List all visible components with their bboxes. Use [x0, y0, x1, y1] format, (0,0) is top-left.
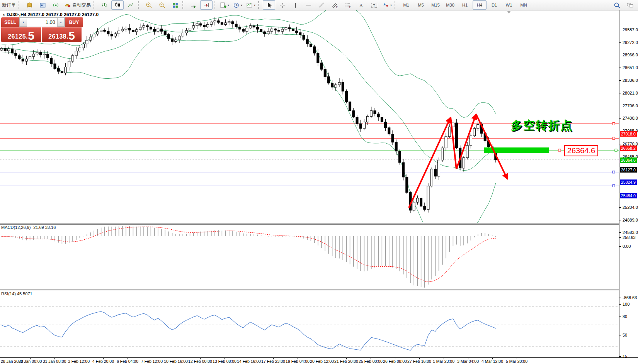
svg-text:A: A [359, 3, 363, 8]
candle-body [438, 160, 440, 176]
buy-price-button[interactable]: 26138.5 [42, 27, 82, 42]
candle-body [61, 71, 63, 73]
templates-button[interactable]: ▾ [245, 0, 257, 10]
candle-body [196, 24, 198, 25]
search-button[interactable] [611, 0, 623, 10]
chevron-down-icon[interactable]: ▾ [241, 3, 242, 7]
line-handle[interactable] [558, 149, 561, 151]
tf-h4[interactable]: H4 [473, 0, 487, 10]
candle-body [217, 21, 219, 22]
text-button[interactable]: A [355, 0, 367, 10]
price-tick-mark [619, 207, 621, 208]
channel-button[interactable]: E [328, 0, 341, 10]
fibonacci-icon: F [345, 2, 351, 8]
fibonacci-button[interactable]: F [342, 0, 354, 10]
rsi-line [2, 312, 496, 350]
market-watch-button[interactable] [23, 0, 36, 10]
candle-body [388, 128, 390, 134]
toolbar-left: 新订单自动交易▾▾▾EFAT▾M1M5M15M30H1H4D1W1MN [0, 0, 531, 10]
new-chart-button[interactable]: ▾ [218, 0, 231, 10]
macd-tick-mark [619, 298, 621, 298]
signals-button[interactable] [49, 0, 62, 10]
volume-up-button[interactable]: ▲ [57, 18, 65, 27]
trend-arrow[interactable] [476, 114, 507, 179]
sell-price-button[interactable]: 26125.5 [1, 27, 41, 42]
volume-down-button[interactable]: ▼ [20, 18, 27, 27]
svg-text:F: F [349, 5, 350, 8]
chart-annotation-text[interactable]: 多空转折点 [511, 118, 573, 134]
trend-arrow[interactable] [456, 114, 476, 169]
tf-m5[interactable]: M5 [414, 0, 428, 10]
label-button[interactable]: T [368, 0, 380, 10]
volume-value[interactable]: 1.00 [27, 18, 57, 27]
candle-body [68, 61, 70, 67]
candle-body [178, 36, 180, 40]
sell-button[interactable]: SELL [1, 17, 19, 27]
periods-button[interactable]: ▾ [231, 0, 244, 10]
toolbar-separator [258, 1, 262, 9]
tf-m15-label: M15 [431, 3, 439, 7]
tf-m30[interactable]: M30 [443, 0, 457, 10]
chevron-down-icon[interactable]: ▾ [228, 3, 229, 7]
cursor-button[interactable] [263, 0, 275, 10]
candle-body [65, 67, 67, 73]
chart-shift-marker-icon[interactable] [507, 11, 511, 14]
trend-arrow[interactable] [409, 117, 451, 208]
sell-price-main: 26125. [8, 32, 28, 41]
buy-button[interactable]: BUY [65, 17, 83, 27]
auto-trading-button[interactable]: 自动交易 [63, 0, 92, 10]
tile-windows-button[interactable] [169, 0, 181, 10]
tf-w1[interactable]: W1 [502, 0, 516, 10]
community-button[interactable] [624, 0, 636, 10]
data-window-button[interactable] [36, 0, 49, 10]
tf-mn[interactable]: MN [517, 0, 531, 10]
line-handle[interactable] [612, 137, 615, 139]
trendline-button[interactable] [315, 0, 328, 10]
candle-body [167, 35, 170, 39]
crosshair-button[interactable] [276, 0, 288, 10]
line-handle[interactable] [612, 123, 615, 125]
chevron-down-icon[interactable]: ▾ [390, 3, 392, 7]
pane-separator[interactable] [0, 290, 619, 291]
price-tick-mark [619, 157, 621, 157]
chevron-down-icon[interactable]: ▾ [254, 3, 255, 7]
candlestick-button[interactable] [111, 0, 124, 10]
hline-button[interactable] [302, 0, 315, 10]
candle-body [185, 30, 187, 33]
price-tick-mark [619, 68, 621, 68]
macd-tick-mark [619, 237, 621, 238]
pane-separator[interactable] [0, 223, 619, 225]
line-handle[interactable] [615, 149, 617, 151]
candle-body [352, 111, 355, 117]
tf-m1[interactable]: M1 [399, 0, 413, 10]
candle-body [267, 31, 269, 34]
time-tick-label: 4 Mar 12:00 [481, 359, 503, 364]
rsi-tick-label: 100 [623, 302, 629, 306]
rsi-pane[interactable] [0, 291, 619, 357]
tf-d1[interactable]: D1 [487, 0, 501, 10]
auto-scroll-button[interactable] [187, 0, 199, 10]
highlight-price-label[interactable]: 26364.6 [564, 145, 598, 156]
time-tick-label: 17 Feb 23:00 [261, 359, 285, 364]
new-order-button[interactable]: 新订单 [0, 0, 17, 10]
time-tick-label: 4 Feb 20:00 [92, 359, 114, 364]
line-handle[interactable] [612, 171, 615, 173]
time-axis[interactable]: 28 Jan 202030 Jan 00:0031 Jan 08:003 Feb… [0, 357, 638, 364]
line-handle[interactable] [612, 185, 615, 187]
candle-body [331, 83, 333, 87]
arrows-button[interactable]: ▾ [381, 0, 393, 10]
bar-chart-button[interactable] [98, 0, 111, 10]
zoom-in-button[interactable] [143, 0, 155, 10]
chart-shift-button[interactable] [200, 0, 213, 10]
macd-histogram [2, 226, 496, 288]
tf-m15[interactable]: M15 [429, 0, 442, 10]
candle-body [317, 53, 319, 63]
tf-h1[interactable]: H1 [458, 0, 472, 10]
main-price-chart[interactable] [0, 10, 619, 223]
line-chart-button[interactable] [124, 0, 137, 10]
macd-pane[interactable] [0, 224, 619, 290]
candle-body [434, 169, 436, 176]
price-axis[interactable]: 29587.029272.028966.028651.028336.028021… [619, 10, 638, 357]
vline-button[interactable] [289, 0, 301, 10]
zoom-out-button[interactable] [156, 0, 168, 10]
